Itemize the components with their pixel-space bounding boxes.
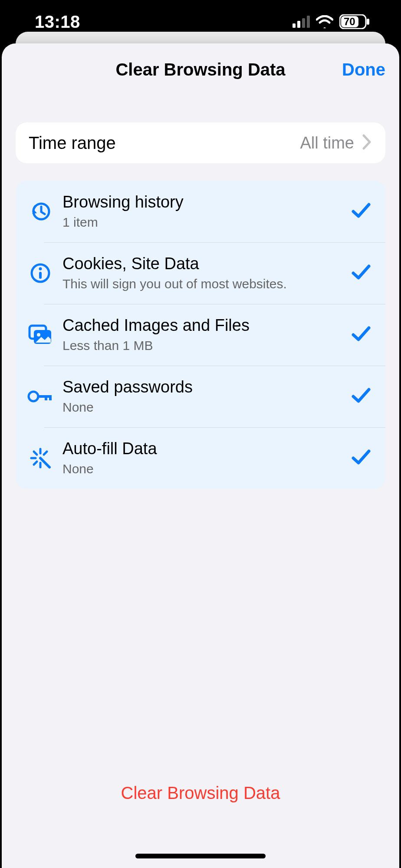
data-type-autofill[interactable]: Auto-fill Data None xyxy=(16,427,385,489)
data-type-saved-passwords[interactable]: Saved passwords None xyxy=(16,366,385,427)
status-time: 13:18 xyxy=(35,12,80,32)
checkmark-icon xyxy=(352,387,372,406)
data-type-browsing-history[interactable]: Browsing history 1 item xyxy=(16,181,385,242)
svg-rect-2 xyxy=(302,18,305,28)
key-icon xyxy=(25,389,56,404)
battery-icon: 70 xyxy=(339,14,370,29)
svg-rect-10 xyxy=(39,272,42,279)
checkmark-icon xyxy=(352,202,372,221)
home-indicator[interactable] xyxy=(135,854,266,858)
sheet-header: Clear Browsing Data Done xyxy=(2,43,399,96)
svg-rect-16 xyxy=(45,395,47,400)
svg-rect-0 xyxy=(293,23,296,28)
done-button[interactable]: Done xyxy=(342,60,385,79)
data-type-subtitle: Less than 1 MB xyxy=(62,337,346,355)
checkmark-icon xyxy=(352,325,372,344)
data-type-subtitle: None xyxy=(62,399,346,416)
svg-rect-1 xyxy=(297,21,300,28)
page-title: Clear Browsing Data xyxy=(115,60,285,79)
svg-line-23 xyxy=(44,452,47,455)
data-type-title: Browsing history xyxy=(62,192,346,213)
svg-line-21 xyxy=(34,452,37,455)
time-range-label: Time range xyxy=(29,133,116,153)
svg-rect-3 xyxy=(307,16,310,28)
data-type-cached-images[interactable]: Cached Images and Files Less than 1 MB xyxy=(16,304,385,366)
data-type-subtitle: 1 item xyxy=(62,214,346,231)
data-type-subtitle: This will sign you out of most websites. xyxy=(62,275,346,293)
battery-percent: 70 xyxy=(344,16,355,28)
data-type-title: Auto-fill Data xyxy=(62,439,346,459)
svg-rect-17 xyxy=(49,395,52,400)
history-icon xyxy=(25,201,56,222)
checkmark-icon xyxy=(352,449,372,468)
data-type-cookies[interactable]: Cookies, Site Data This will sign you ou… xyxy=(16,242,385,304)
status-right: 70 xyxy=(293,14,370,29)
svg-line-22 xyxy=(34,462,37,465)
time-range-row[interactable]: Time range All time xyxy=(16,122,385,163)
svg-point-13 xyxy=(37,333,40,337)
data-types-group: Browsing history 1 item Cookies, Site D xyxy=(16,181,385,489)
autofill-icon xyxy=(25,447,56,469)
checkmark-icon xyxy=(352,264,372,283)
svg-point-9 xyxy=(39,267,42,271)
time-range-value: All time xyxy=(300,134,358,152)
data-type-title: Cookies, Site Data xyxy=(62,254,346,274)
chevron-right-icon xyxy=(362,134,372,152)
data-type-title: Cached Images and Files xyxy=(62,315,346,336)
svg-point-14 xyxy=(29,392,38,401)
data-type-title: Saved passwords xyxy=(62,377,346,398)
cellular-icon xyxy=(293,16,310,28)
clear-browsing-data-button[interactable]: Clear Browsing Data xyxy=(121,783,280,803)
modal-sheet: Clear Browsing Data Done Time range All … xyxy=(2,43,399,868)
time-range-group: Time range All time xyxy=(16,122,385,163)
info-icon xyxy=(25,262,56,284)
images-icon xyxy=(25,324,56,345)
svg-rect-6 xyxy=(367,19,369,25)
wifi-icon xyxy=(316,15,333,28)
data-type-subtitle: None xyxy=(62,460,346,478)
